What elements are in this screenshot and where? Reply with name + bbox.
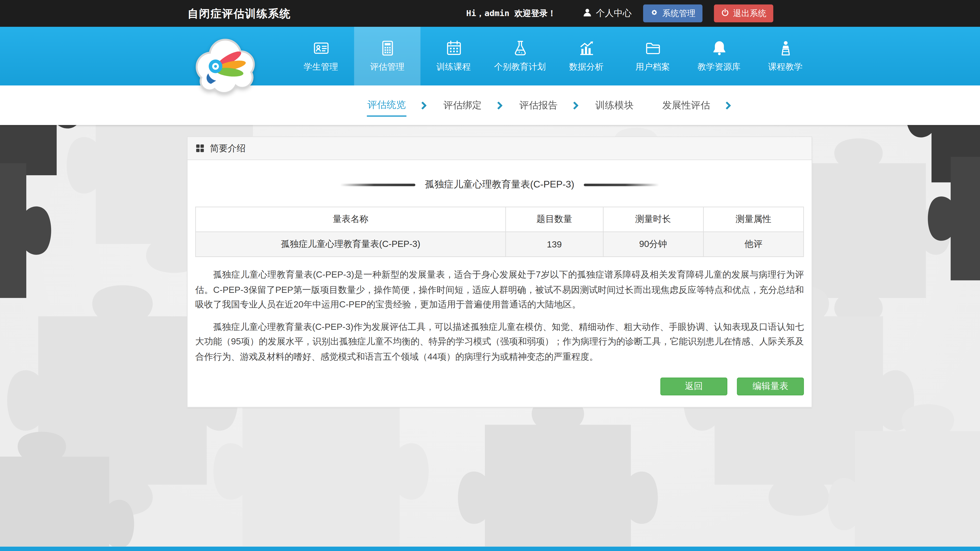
cell-duration: 90分钟 — [603, 232, 703, 257]
grid-icon — [196, 144, 204, 152]
topbar: 自闭症评估训练系统 Hi，admin 欢迎登录！ 个人中心 系统管理 退出系统 — [0, 0, 980, 27]
scale-table: 量表名称 题目数量 测量时长 测量属性 孤独症儿童心理教育量表(C-PEP-3)… — [195, 206, 804, 257]
id-card-icon — [312, 40, 330, 57]
col-header-scale-name: 量表名称 — [196, 207, 506, 232]
nav-label: 训练课程 — [436, 61, 471, 73]
card-header: 简要介绍 — [188, 137, 811, 160]
chevron-right-icon — [570, 101, 579, 110]
title-divider-left — [340, 183, 415, 186]
crumb-assessment-binding[interactable]: 评估绑定 — [443, 95, 482, 116]
nav-item-students[interactable]: 学生管理 — [288, 27, 354, 86]
chevron-right-icon — [418, 101, 427, 110]
col-header-item-count: 题目数量 — [506, 207, 603, 232]
main-nav: 学生管理 评估管理 — [0, 27, 980, 86]
description-paragraph-2: 孤独症儿童心理教育量表(C-PEP-3)作为发展评估工具，可以描述孤独症儿童在模… — [195, 319, 804, 364]
nav-label: 数据分析 — [569, 61, 604, 73]
nav-label: 教学资源库 — [697, 61, 741, 73]
app-root: 自闭症评估训练系统 Hi，admin 欢迎登录！ 个人中心 系统管理 退出系统 — [0, 0, 980, 551]
nav-label: 个别教育计划 — [494, 61, 546, 73]
app-title: 自闭症评估训练系统 — [188, 6, 291, 21]
table-row: 孤独症儿童心理教育量表(C-PEP-3) 139 90分钟 他评 — [196, 232, 803, 257]
description-paragraph-1: 孤独症儿童心理教育量表(C-PEP-3)是一种新型的发展量表，适合于身心发展处于… — [195, 267, 804, 312]
app-logo[interactable] — [186, 29, 259, 102]
main-content: 简要介绍 孤独症儿童心理教育量表(C-PEP-3) 量表名称 题目数量 — [0, 125, 980, 547]
bell-icon — [711, 40, 728, 57]
nav-label: 评估管理 — [370, 61, 404, 73]
edit-scale-button[interactable]: 编辑量表 — [737, 378, 804, 395]
profile-link[interactable]: 个人中心 — [583, 8, 632, 19]
flask-icon — [511, 40, 529, 57]
nav-item-teaching-resources[interactable]: 教学资源库 — [686, 27, 752, 86]
scale-title: 孤独症儿童心理教育量表(C-PEP-3) — [425, 179, 574, 191]
nav-label: 学生管理 — [304, 61, 338, 73]
table-header-row: 量表名称 题目数量 测量时长 测量属性 — [196, 207, 803, 232]
power-icon — [721, 8, 729, 19]
nav-label: 课程教学 — [768, 61, 803, 73]
welcome-text: Hi，admin 欢迎登录！ — [466, 8, 556, 19]
folder-icon — [644, 40, 662, 57]
gear-icon — [650, 8, 659, 19]
nav-item-assessment[interactable]: 评估管理 — [354, 27, 421, 86]
card-actions: 返回 编辑量表 — [195, 378, 804, 395]
col-header-duration: 测量时长 — [603, 207, 703, 232]
card-header-label: 简要介绍 — [210, 143, 246, 154]
logout-label: 退出系统 — [733, 8, 767, 19]
title-divider-right — [584, 183, 659, 186]
breadcrumb-nav: 评估统览 评估绑定 评估报告 训练模块 发展性评估 — [0, 86, 980, 125]
lecturer-icon — [777, 40, 794, 57]
cell-scale-name: 孤独症儿童心理教育量表(C-PEP-3) — [196, 232, 506, 257]
logout-button[interactable]: 退出系统 — [714, 5, 773, 22]
nav-item-training-courses[interactable]: 训练课程 — [421, 27, 487, 86]
nav-item-user-archives[interactable]: 用户档案 — [620, 27, 686, 86]
nav-item-course-teaching[interactable]: 课程教学 — [752, 27, 819, 86]
crumb-training-module[interactable]: 训练模块 — [595, 95, 634, 116]
chevron-right-icon — [723, 101, 731, 110]
scale-title-row: 孤独症儿童心理教育量表(C-PEP-3) — [195, 179, 804, 191]
nav-item-iep[interactable]: 个别教育计划 — [487, 27, 553, 86]
crumb-assessment-overview[interactable]: 评估统览 — [367, 94, 407, 117]
profile-label: 个人中心 — [596, 8, 632, 19]
crumb-assessment-report[interactable]: 评估报告 — [519, 95, 558, 116]
calendar-icon — [445, 40, 463, 57]
nav-item-data-analysis[interactable]: 数据分析 — [553, 27, 620, 86]
crumb-developmental-assessment[interactable]: 发展性评估 — [662, 95, 711, 116]
cell-attribute: 他评 — [703, 232, 803, 257]
calculator-icon — [379, 40, 396, 57]
cell-item-count: 139 — [506, 232, 603, 257]
user-icon — [583, 8, 592, 19]
topbar-actions: 个人中心 系统管理 退出系统 — [583, 5, 773, 22]
system-admin-button[interactable]: 系统管理 — [643, 5, 703, 22]
bar-chart-icon — [578, 40, 595, 57]
chevron-right-icon — [495, 101, 503, 110]
footer-strip — [0, 547, 980, 551]
back-button[interactable]: 返回 — [660, 378, 728, 395]
intro-card: 简要介绍 孤独症儿童心理教育量表(C-PEP-3) 量表名称 题目数量 — [187, 137, 812, 408]
nav-label: 用户档案 — [635, 61, 670, 73]
col-header-attribute: 测量属性 — [703, 207, 803, 232]
system-admin-label: 系统管理 — [662, 8, 695, 19]
card-body: 孤独症儿童心理教育量表(C-PEP-3) 量表名称 题目数量 测量时长 测量属性 — [188, 160, 811, 407]
